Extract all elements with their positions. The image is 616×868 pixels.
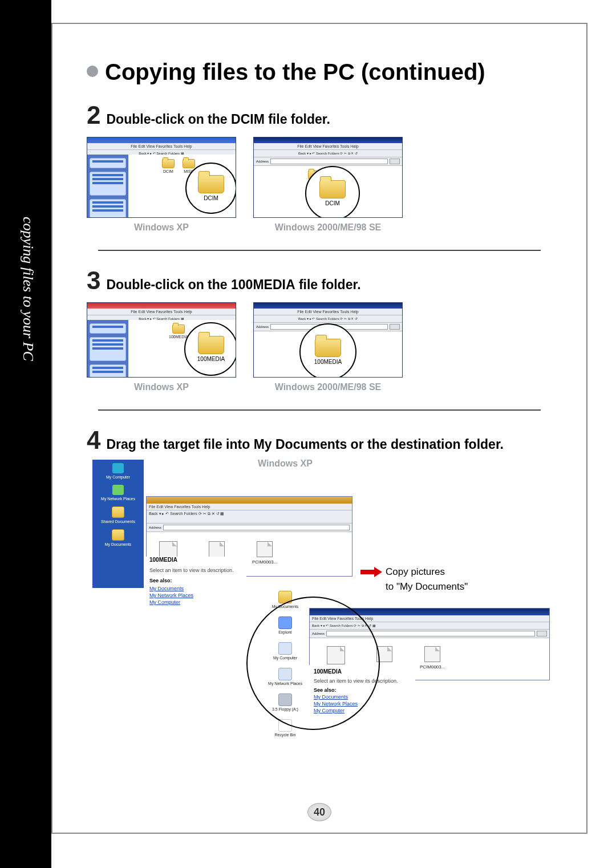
zoom-label: DCIM: [323, 200, 342, 207]
zoom-100media-98: 100MEDIA: [299, 323, 356, 378]
w98-toolbar: Back ▾ ▸ ↶ Search Folders ⟳ ✂ ⧉ ✕ ↺: [254, 150, 402, 157]
d2k-my-docs[interactable]: My Documents: [264, 591, 307, 609]
go-button[interactable]: [537, 631, 547, 636]
link-my-network-2k[interactable]: My Network Places: [314, 701, 411, 707]
address-field[interactable]: [163, 525, 350, 530]
copy-pictures-text: Copy pictures to "My Documents": [386, 565, 468, 594]
step-2-term: DCIM: [231, 112, 265, 127]
panel-100media-xp: 100MEDIA Select an item to view its desc…: [146, 557, 246, 606]
step-3-xp-caption: Windows XP: [87, 382, 236, 392]
panel-hint-2k: Select an item to view its description.: [314, 678, 411, 684]
step-3-98-shot: File Edit View Favorites Tools Help Back…: [253, 302, 403, 378]
d2k-my-network[interactable]: My Network Places: [264, 668, 307, 686]
file-3-2k[interactable]: PCIM0003...: [420, 646, 445, 672]
address-field[interactable]: [326, 631, 535, 636]
step-3-98-wrap: File Edit View Favorites Tools Help Back…: [253, 302, 403, 392]
win2k-address: Address: [310, 630, 549, 638]
go-button[interactable]: [390, 159, 400, 164]
step-4-term: My Documents: [254, 437, 347, 452]
link-my-computer[interactable]: My Computer: [149, 599, 246, 605]
page-title: Copying files to the PC (continued): [87, 58, 552, 86]
panel-head: 100MEDIA: [149, 557, 246, 563]
step-4-before: Drag the target file into: [106, 437, 253, 452]
panel-100media-2k: 100MEDIA Select an item to view its desc…: [309, 665, 415, 715]
win2k-toolbar: Back ▾ ▸ ↶ Search Folders ⟳ ✂ ⧉ ✕ ↺ ▦: [310, 622, 549, 630]
win2k-titlebar: [310, 609, 549, 615]
link-my-docs[interactable]: My Documents: [149, 586, 246, 591]
step-4-number: 4: [87, 428, 100, 453]
folder-dcim-xp[interactable]: DCIM: [162, 159, 175, 173]
w98-toolbar: Back ▾ ▸ ↶ Search Folders ⟳ ✂ ⧉ ✕ ↺: [254, 315, 402, 323]
panel-hint: Select an item to view its description.: [149, 567, 246, 573]
win-menu: File Edit View Favorites Tools Help: [147, 504, 352, 510]
win-toolbar: Back ▾ ▸ ↶ Search Folders ⟳ ✂ ⧉ ✕ ↺ ▦: [147, 510, 352, 524]
step-3-98-caption: Windows 2000/ME/98 SE: [253, 382, 403, 392]
step-2-xp-caption: Windows XP: [87, 222, 236, 233]
w98-address: Address: [254, 157, 402, 166]
win2k-menu: File Edit View Favorites Tools Help: [310, 615, 549, 622]
divider-2: [98, 409, 541, 411]
xp-sidebar: [87, 155, 129, 217]
address-label: Address: [312, 632, 325, 635]
step-3-text: Double-click on the 100MEDIA file folder…: [106, 277, 360, 293]
link-my-docs-2k[interactable]: My Documents: [314, 694, 411, 700]
see-also-label: See also:: [149, 578, 246, 583]
step-2-xp-shot: File Edit View Favorites Tools Help Back…: [87, 137, 236, 218]
page-number: 40: [307, 803, 331, 821]
win-address: Address: [147, 524, 352, 532]
desk-my-network[interactable]: My Network Places: [95, 485, 141, 501]
step-2-before: Double-click on the: [106, 112, 231, 127]
w98-titlebar: [254, 303, 402, 309]
step-3-xp-wrap: File Edit View Favorites Tools Help Back…: [87, 302, 236, 392]
zoom-label: DCIM: [201, 194, 221, 202]
step-4-after: or the destination folder.: [347, 437, 504, 452]
step-2-98-caption: Windows 2000/ME/98 SE: [253, 222, 403, 233]
d2k-recycle[interactable]: Recycle Bin: [264, 719, 307, 737]
address-label: Address: [149, 526, 161, 529]
step-4-caption: Windows XP: [258, 459, 313, 469]
step-3-number: 3: [87, 268, 100, 293]
folder-icon: [319, 180, 346, 198]
step-2-after: file folder.: [265, 112, 330, 127]
left-black-bar: [0, 0, 51, 868]
folder-100media-xp[interactable]: 100MEDIA: [169, 325, 188, 339]
address-label: Address: [256, 160, 269, 163]
file-3[interactable]: PCIM0003...: [252, 541, 277, 567]
step-3-before: Double-click on the: [106, 277, 231, 292]
divider-1: [98, 250, 541, 251]
step-4: 4 Drag the target file into My Documents…: [87, 428, 552, 756]
folder-icon: [198, 175, 224, 193]
step-3-xp-shot: File Edit View Favorites Tools Help Back…: [87, 302, 236, 378]
d2k-explore[interactable]: Explore: [264, 616, 307, 634]
step-3-term: 100MEDIA: [231, 277, 295, 292]
w98-menu: File Edit View Favorites Tools Help: [254, 143, 402, 150]
address-field[interactable]: [270, 159, 388, 164]
step-4-illustration: Windows XP My Computer My Network Places…: [87, 460, 552, 756]
desk-shared-docs[interactable]: Shared Documents: [95, 506, 141, 524]
xp-sidebar: [87, 320, 129, 377]
side-label: copying files to your PC: [8, 217, 37, 388]
w98-menu: File Edit View Favorites Tools Help: [254, 309, 402, 315]
content-frame: Copying files to the PC (continued) 2 Do…: [51, 23, 587, 834]
desk-my-computer[interactable]: My Computer: [95, 463, 141, 479]
step-2-text: Double-click on the DCIM file folder.: [106, 112, 330, 127]
zoom-dcim-xp: DCIM: [185, 163, 236, 214]
desktop-xp: My Computer My Network Places Shared Doc…: [92, 460, 144, 588]
folder-icon: [198, 336, 224, 354]
link-my-network[interactable]: My Network Places: [149, 593, 246, 598]
xp-titlebar: [87, 137, 236, 143]
zoom-label: 100MEDIA: [312, 358, 344, 366]
step-2-xp-wrap: File Edit View Favorites Tools Help Back…: [87, 137, 236, 233]
address-label: Address: [256, 325, 269, 328]
win-titlebar: [147, 497, 352, 504]
see-also-label-2k: See also:: [314, 687, 411, 693]
d2k-my-computer[interactable]: My Computer: [264, 642, 307, 660]
link-my-computer-2k[interactable]: My Computer: [314, 708, 411, 713]
arrow-copy-icon: [360, 568, 382, 576]
step-3: 3 Double-click on the 100MEDIA file fold…: [87, 268, 552, 392]
d2k-floppy[interactable]: 3.5 Floppy (A:): [264, 693, 307, 711]
xp-menu: File Edit View Favorites Tools Help: [87, 309, 236, 315]
desk-my-docs[interactable]: My Documents: [95, 529, 141, 546]
zoom-dcim-98: DCIM: [305, 166, 360, 218]
go-button[interactable]: [390, 324, 400, 330]
